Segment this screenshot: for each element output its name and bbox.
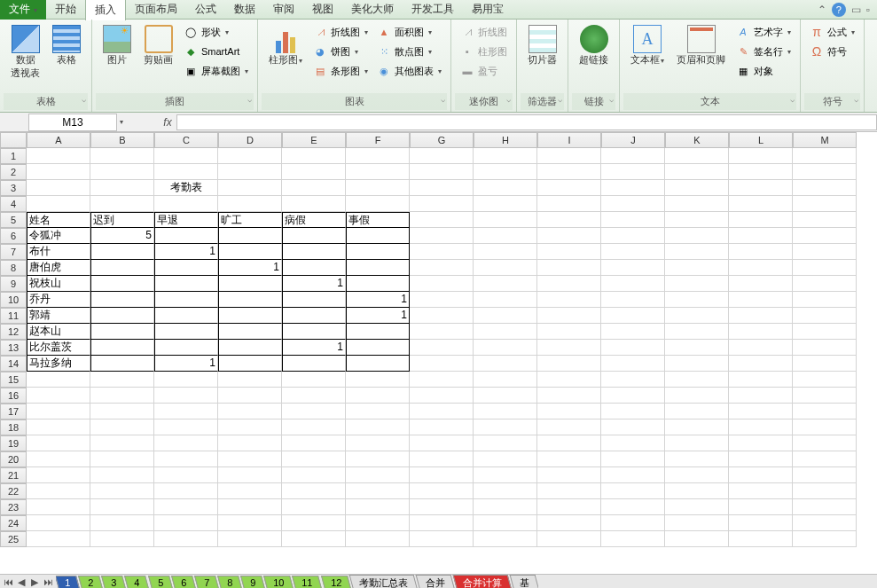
hyperlink-button[interactable]: 超链接: [574, 23, 614, 68]
help-icon[interactable]: ?: [832, 3, 846, 17]
cell[interactable]: [665, 324, 729, 340]
cell[interactable]: [729, 419, 793, 435]
cell[interactable]: [27, 467, 90, 483]
cell[interactable]: [410, 451, 474, 467]
cell[interactable]: [729, 212, 793, 228]
cell[interactable]: [474, 164, 537, 180]
sheet-tab[interactable]: 9: [240, 576, 265, 588]
cell[interactable]: [410, 324, 474, 340]
column-header[interactable]: J: [601, 132, 665, 148]
cell[interactable]: [474, 196, 537, 212]
cell[interactable]: [601, 419, 665, 435]
cell[interactable]: [154, 292, 218, 308]
cell[interactable]: [154, 324, 218, 340]
cell[interactable]: [410, 212, 474, 228]
row-header[interactable]: 22: [0, 483, 27, 499]
cell[interactable]: [346, 180, 410, 196]
tab-easytool[interactable]: 易用宝: [463, 0, 513, 20]
cell[interactable]: [665, 292, 729, 308]
cell[interactable]: [537, 228, 601, 244]
cell[interactable]: [90, 356, 154, 372]
cell[interactable]: [793, 404, 857, 419]
cell[interactable]: [410, 164, 474, 180]
cell[interactable]: [537, 196, 601, 212]
cell[interactable]: [537, 419, 601, 435]
cell[interactable]: [665, 212, 729, 228]
cell[interactable]: [537, 180, 601, 196]
cell[interactable]: [27, 148, 90, 164]
cell[interactable]: [27, 196, 90, 212]
cell[interactable]: [665, 419, 729, 435]
cell[interactable]: [793, 356, 857, 372]
cell[interactable]: [90, 164, 154, 180]
cell[interactable]: [410, 435, 474, 451]
cell[interactable]: [218, 228, 282, 244]
cell[interactable]: [601, 499, 665, 515]
tab-data[interactable]: 数据: [225, 0, 264, 20]
smartart-button[interactable]: ◆SmartArt: [180, 43, 252, 60]
cell[interactable]: [410, 308, 474, 324]
cell[interactable]: [665, 308, 729, 324]
tab-formulas[interactable]: 公式: [186, 0, 225, 20]
cell[interactable]: [218, 164, 282, 180]
column-header[interactable]: G: [410, 132, 474, 148]
cell[interactable]: [218, 372, 282, 388]
cell[interactable]: [218, 356, 282, 372]
cell[interactable]: [218, 340, 282, 356]
cell[interactable]: [218, 276, 282, 292]
cell[interactable]: [410, 148, 474, 164]
sheet-tab[interactable]: 1: [56, 576, 80, 588]
column-header[interactable]: A: [27, 132, 90, 148]
cell[interactable]: [410, 515, 474, 531]
cell[interactable]: [218, 435, 282, 451]
cell[interactable]: [218, 388, 282, 404]
cell[interactable]: [410, 356, 474, 372]
cell[interactable]: [90, 451, 154, 467]
slicer-button[interactable]: 切片器: [522, 23, 562, 68]
cell[interactable]: [346, 164, 410, 180]
cell[interactable]: [90, 260, 154, 276]
sparkline-line-button[interactable]: ⩘折线图: [457, 23, 511, 41]
sheet-tab[interactable]: 3: [101, 576, 126, 588]
cell[interactable]: [601, 164, 665, 180]
cell[interactable]: [27, 419, 90, 435]
column-header[interactable]: D: [218, 132, 282, 148]
cell[interactable]: [729, 435, 793, 451]
column-header[interactable]: B: [90, 132, 154, 148]
cell[interactable]: [665, 467, 729, 483]
cell[interactable]: [218, 292, 282, 308]
minimize-ribbon-icon[interactable]: ⌃: [818, 4, 826, 16]
cell[interactable]: [154, 164, 218, 180]
cell[interactable]: [90, 483, 154, 499]
cell[interactable]: [793, 244, 857, 260]
cell[interactable]: [346, 467, 410, 483]
cell[interactable]: [27, 388, 90, 404]
row-header[interactable]: 6: [0, 228, 27, 244]
cell[interactable]: [793, 276, 857, 292]
cell[interactable]: [27, 499, 90, 515]
cell[interactable]: [729, 340, 793, 356]
cell[interactable]: [665, 531, 729, 547]
cell[interactable]: [90, 435, 154, 451]
row-header[interactable]: 7: [0, 244, 27, 260]
cell[interactable]: [282, 196, 346, 212]
cell[interactable]: [282, 531, 346, 547]
cell[interactable]: [154, 388, 218, 404]
cell[interactable]: [601, 324, 665, 340]
cell[interactable]: 1: [218, 260, 282, 276]
cell[interactable]: [793, 324, 857, 340]
sheet-tab[interactable]: 12: [321, 576, 351, 588]
row-header[interactable]: 18: [0, 419, 27, 435]
cell[interactable]: [601, 276, 665, 292]
cell[interactable]: [27, 404, 90, 419]
cell[interactable]: [90, 292, 154, 308]
cell[interactable]: [793, 372, 857, 388]
sheet-last-icon[interactable]: ⏭: [42, 576, 54, 588]
cell[interactable]: [537, 499, 601, 515]
cell[interactable]: [154, 531, 218, 547]
cell[interactable]: [346, 228, 410, 244]
sheet-tab[interactable]: 11: [292, 576, 322, 588]
cell[interactable]: [218, 531, 282, 547]
cell[interactable]: [410, 419, 474, 435]
sheet-tab[interactable]: 考勤汇总表: [348, 575, 418, 589]
